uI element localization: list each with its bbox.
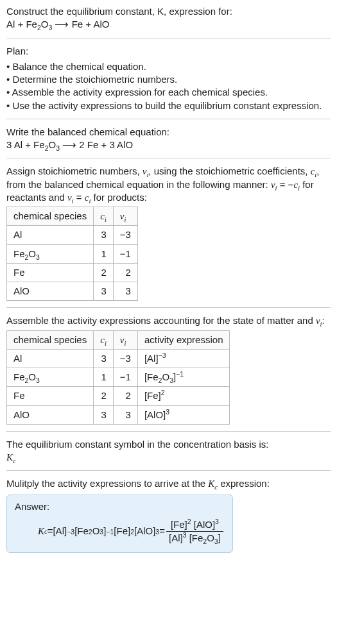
act-mid: O <box>162 371 169 382</box>
td-nui: 3 <box>113 405 137 424</box>
td-activity: [Al]−3 <box>137 349 230 368</box>
td-species: Fe2O3 <box>7 244 94 263</box>
nui-sub: i <box>124 340 126 347</box>
answer-box: Answer: Kc = [Al]−3 [Fe2O3]−1 [Fe]2 [AlO… <box>6 495 233 554</box>
td-nui: 2 <box>113 263 137 282</box>
ci-sub: i <box>105 340 107 347</box>
act-sup: 3 <box>166 408 169 416</box>
td-activity: [AlO]3 <box>137 405 230 424</box>
stoich-t: Assign stoichiometric numbers, <box>6 165 143 176</box>
nu-symbol: ν <box>316 316 320 326</box>
stoich-t: for products: <box>91 192 147 203</box>
td-nui: 2 <box>113 387 137 405</box>
fn-b: [AlO] <box>191 519 216 530</box>
fraction: [Fe]2 [AlO]3 [Al]3 [Fe2O3] <box>166 518 223 545</box>
fd-b-mid: O <box>207 532 214 543</box>
divider <box>6 470 331 471</box>
assemble-t: Assemble the activity expressions accoun… <box>6 315 316 326</box>
table-row: AlO 3 3 <box>7 282 138 301</box>
plan-item: Assemble the activity expression for eac… <box>6 86 331 99</box>
intro-equation: Al + Fe2O3 ⟶ Fe + AlO <box>6 18 331 31</box>
divider <box>6 307 331 308</box>
table-row: Al 3 −3 [Al]−3 <box>7 349 230 368</box>
t2-mid: O <box>92 525 100 538</box>
table-row: Fe 2 2 [Fe]2 <box>7 387 230 405</box>
assemble-t: : <box>322 315 325 326</box>
plan-item: Use the activity expressions to build th… <box>6 99 331 112</box>
sp: Al <box>13 353 22 364</box>
equals: = <box>48 525 53 538</box>
sp-sub: 3 <box>36 253 40 261</box>
nui-sub: i <box>124 216 126 223</box>
mult-t: Mulitply the activity expressions to arr… <box>6 478 208 489</box>
th-nui: νi <box>113 207 137 226</box>
stoich-table: chemical species ci νi Al 3 −3 Fe2O3 1 −… <box>6 207 138 301</box>
td-ci: 1 <box>94 368 114 387</box>
act: [Fe <box>144 371 159 382</box>
td-species: AlO <box>7 405 94 424</box>
sp: AlO <box>13 409 30 420</box>
fn-b-sup: 3 <box>215 518 219 525</box>
divider <box>6 431 331 432</box>
plan-item: Determine the stoichiometric numbers. <box>6 73 331 86</box>
t1: [Al] <box>53 525 67 538</box>
sp: AlO <box>13 285 30 296</box>
sp: Fe <box>13 371 25 382</box>
td-species: AlO <box>7 282 94 301</box>
ci: c <box>100 211 105 221</box>
nu-symbol: ν <box>271 180 275 190</box>
sp-mid: O <box>28 371 36 382</box>
td-ci: 2 <box>94 263 114 282</box>
th-ci: ci <box>94 207 114 226</box>
kc: K <box>208 479 214 489</box>
th-activity: activity expression <box>137 330 230 349</box>
fd-b-post: ] <box>218 532 221 543</box>
fd-b-pre: [Fe <box>187 532 203 543</box>
table-row: Al 3 −3 <box>7 226 138 244</box>
table-row: Fe2O3 1 −1 <box>7 244 138 263</box>
td-species: Fe <box>7 387 94 405</box>
td-nui: −3 <box>113 349 137 368</box>
td-ci: 3 <box>94 405 114 424</box>
th-nui: νi <box>113 330 137 349</box>
plan-header: Plan: <box>6 45 331 58</box>
td-ci: 2 <box>94 387 114 405</box>
bal-arrow: ⟶ <box>60 139 79 150</box>
table-row: AlO 3 3 [AlO]3 <box>7 405 230 424</box>
td-species: Al <box>7 226 94 244</box>
act-sup: −3 <box>159 352 166 359</box>
divider <box>6 158 331 158</box>
sp-mid: O <box>28 248 36 259</box>
fd-a: [Al] <box>169 532 183 543</box>
stoich-t: = <box>74 192 85 203</box>
mult-t: expression: <box>218 478 270 489</box>
th-ci: ci <box>94 330 114 349</box>
sp-sub: 3 <box>36 377 40 384</box>
act-sup: 2 <box>161 389 165 396</box>
kc: K <box>6 452 13 462</box>
th-species: chemical species <box>7 207 94 226</box>
divider <box>6 119 331 119</box>
td-nui: −3 <box>113 226 137 244</box>
table-header-row: chemical species ci νi activity expressi… <box>7 330 230 349</box>
sp: Al <box>13 229 22 240</box>
eq-arrow: ⟶ <box>52 19 71 30</box>
eq-rhs: Fe + AlO <box>72 19 110 30</box>
intro-line1: Construct the equilibrium constant, K, e… <box>6 5 331 18</box>
act: [Al] <box>144 353 159 364</box>
td-nui: 3 <box>113 282 137 301</box>
eq-lhs: Al + Fe <box>6 19 37 30</box>
td-ci: 3 <box>94 226 114 244</box>
equals: = <box>159 525 165 538</box>
answer-equation: Kc = [Al]−3 [Fe2O3]−1 [Fe]2 [AlO]3 = [Fe… <box>15 518 225 545</box>
td-ci: 1 <box>94 244 114 263</box>
act-sup: −1 <box>176 370 184 378</box>
intro-text: Construct the equilibrium constant, K, e… <box>6 6 232 17</box>
eq-mid1: O <box>41 19 49 30</box>
bal-mid: O <box>48 139 56 150</box>
plan-list: Balance the chemical equation. Determine… <box>6 60 331 112</box>
t4: [AlO] <box>134 525 155 538</box>
multiply-line: Mulitply the activity expressions to arr… <box>6 477 331 490</box>
stoich-t: , using the stoichiometric coefficients, <box>148 165 310 176</box>
fraction-denominator: [Al]3 [Fe2O3] <box>166 532 223 545</box>
